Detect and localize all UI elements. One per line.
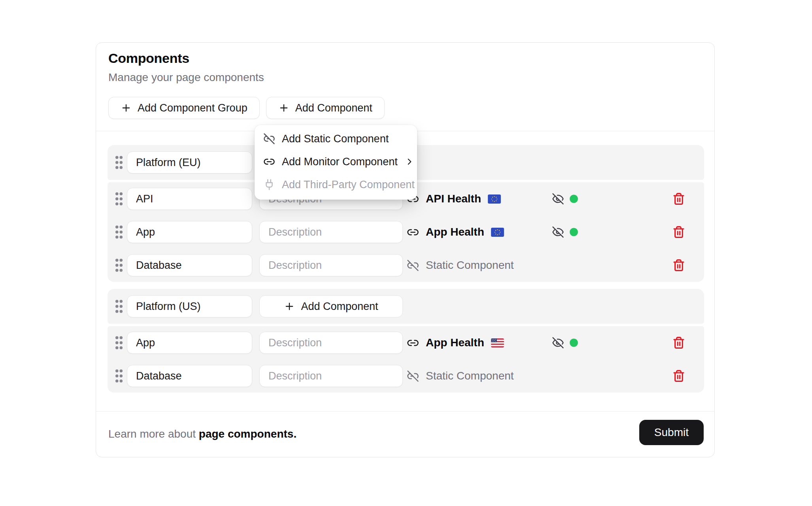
eu-flag-icon (491, 228, 504, 237)
link-off-icon (263, 133, 275, 145)
group-body: App Health (108, 326, 704, 393)
add-component-label: Add Component (295, 102, 372, 114)
plus-icon (284, 301, 295, 312)
delete-component-button[interactable] (672, 336, 685, 349)
group-name-input[interactable] (127, 295, 252, 317)
component-row-database: Static Component (108, 249, 704, 282)
drag-handle-icon[interactable] (115, 369, 123, 383)
static-label: Static Component (426, 259, 514, 272)
toolbar: Add Component Group Add Component (108, 97, 385, 119)
static-label: Static Component (426, 370, 514, 382)
delete-component-button[interactable] (672, 370, 685, 382)
trash-icon (672, 336, 685, 349)
static-info: Static Component (407, 370, 514, 382)
group-add-component-button[interactable]: Add Component (259, 295, 403, 317)
eu-flag-icon (488, 194, 501, 204)
component-name-input[interactable] (127, 365, 252, 387)
plug-icon (263, 179, 275, 191)
drag-handle-icon[interactable] (115, 336, 123, 350)
menu-item-label: Add Monitor Component (282, 156, 398, 168)
link-off-icon (407, 259, 419, 272)
drag-handle-icon[interactable] (115, 155, 123, 170)
menu-item-label: Add Static Component (282, 133, 389, 145)
plus-icon (121, 102, 132, 113)
footer-note: Learn more about page components. (108, 428, 296, 440)
add-component-menu: Add Static Component Add Monitor Compone… (255, 125, 417, 200)
delete-component-button[interactable] (672, 226, 685, 238)
page-components-link[interactable]: page components (199, 428, 294, 440)
link-off-icon (407, 370, 419, 382)
monitor-info: API Health (407, 193, 501, 205)
eye-off-icon[interactable] (552, 193, 564, 205)
status-indicator (570, 339, 578, 347)
menu-item-label: Add Third-Party Component (282, 179, 415, 191)
trash-icon (672, 193, 685, 205)
component-row-app: App Health (108, 215, 704, 249)
component-description-input[interactable] (259, 254, 403, 276)
status-indicator (570, 195, 578, 203)
status-indicator (570, 228, 578, 236)
footer-divider (96, 411, 714, 412)
monitor-info: App Health (407, 336, 504, 349)
drag-handle-icon[interactable] (115, 192, 123, 206)
component-name-input[interactable] (127, 332, 252, 354)
page-subtitle: Manage your page components (108, 71, 264, 84)
menu-item-add-monitor-component[interactable]: Add Monitor Component (255, 150, 417, 173)
group-header-row: Add Component (108, 289, 704, 324)
delete-component-button[interactable] (672, 259, 685, 272)
eye-off-icon[interactable] (552, 226, 564, 238)
drag-handle-icon[interactable] (115, 258, 123, 272)
us-flag-icon (491, 338, 504, 347)
component-group-platform-us: Add Component App Health (108, 289, 704, 393)
component-description-input[interactable] (259, 365, 403, 387)
trash-icon (672, 259, 685, 272)
link-icon (263, 156, 275, 168)
trash-icon (672, 226, 685, 238)
drag-handle-icon[interactable] (115, 299, 123, 313)
monitor-label: API Health (426, 193, 481, 205)
component-row-database: Static Component (108, 359, 704, 393)
component-name-input[interactable] (127, 221, 252, 243)
components-card: Components Manage your page components A… (96, 42, 715, 457)
group-add-component-label: Add Component (301, 300, 378, 313)
add-component-button[interactable]: Add Component (266, 97, 385, 119)
monitor-label: App Health (426, 336, 484, 349)
eye-off-icon[interactable] (552, 337, 564, 349)
component-name-input[interactable] (127, 188, 252, 210)
menu-item-add-static-component[interactable]: Add Static Component (255, 127, 417, 150)
component-name-input[interactable] (127, 254, 252, 276)
component-description-input[interactable] (259, 332, 403, 354)
plus-icon (278, 102, 289, 113)
static-info: Static Component (407, 259, 514, 272)
page-title: Components (108, 51, 189, 66)
menu-item-add-third-party-component: Add Third-Party Component (255, 173, 417, 196)
monitor-label: App Health (426, 226, 484, 238)
link-icon (407, 226, 419, 238)
footer-note-prefix: Learn more about (108, 428, 199, 440)
group-name-input[interactable] (127, 151, 252, 174)
monitor-info: App Health (407, 226, 504, 238)
component-description-input[interactable] (259, 221, 403, 243)
footer-note-suffix: . (293, 428, 296, 440)
component-row-app: App Health (108, 326, 704, 359)
trash-icon (672, 370, 685, 382)
delete-component-button[interactable] (672, 193, 685, 205)
add-component-group-button[interactable]: Add Component Group (108, 97, 260, 119)
submit-button[interactable]: Submit (639, 420, 704, 445)
link-icon (407, 337, 419, 349)
drag-handle-icon[interactable] (115, 225, 123, 239)
add-component-group-label: Add Component Group (138, 102, 247, 114)
chevron-right-icon (404, 157, 415, 167)
